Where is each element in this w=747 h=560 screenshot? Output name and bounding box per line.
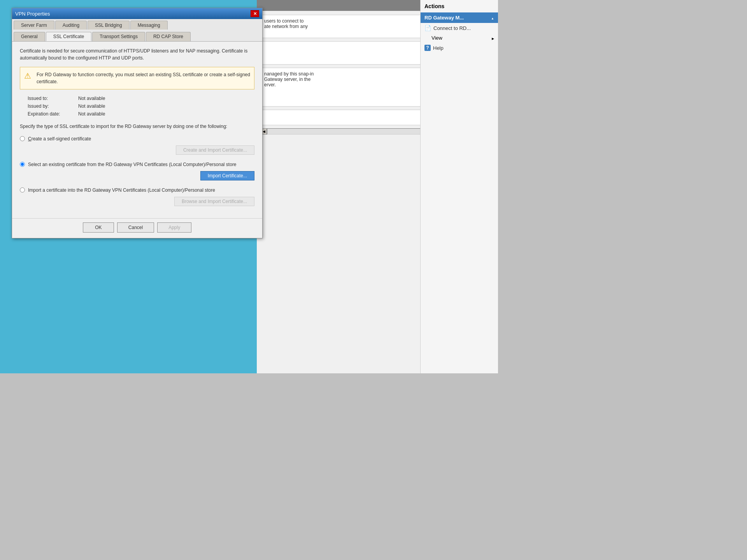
- create-import-button[interactable]: Create and Import Certificate...: [176, 145, 254, 155]
- issued-to-value: Not available: [78, 96, 105, 101]
- issued-by-value: Not available: [78, 103, 105, 109]
- vpn-properties-dialog: VPN Properties ✕ Server Farm Auditing SS…: [12, 8, 263, 238]
- content-text-5: erver.: [264, 82, 276, 88]
- create-self-signed-section: Create a self-signed certificate Create …: [20, 135, 254, 155]
- radio-row-3: Import a certificate into the RD Gateway…: [20, 187, 254, 194]
- doc-icon: 📄: [424, 25, 431, 31]
- radio-create-label-text: reate a self-signed certificate: [32, 136, 91, 142]
- actions-item-connect[interactable]: 📄 Connect to RD...: [421, 23, 498, 33]
- help-icon: ?: [424, 45, 431, 51]
- radio-import-cert[interactable]: [20, 187, 25, 192]
- radio-create-label-underline: C: [28, 136, 32, 142]
- radio-row-2: Select an existing certificate from the …: [20, 161, 254, 168]
- actions-view-label: View: [431, 35, 442, 41]
- import-button-row: Import Certificate...: [20, 171, 254, 180]
- import-certificate-button[interactable]: Import Certificate...: [200, 171, 254, 180]
- specify-text: Specify the type of SSL certificate to i…: [20, 123, 254, 130]
- browse-button-row: Browse and Import Certificate...: [20, 197, 254, 206]
- content-text-1: users to connect to: [264, 18, 303, 24]
- chevron-up-icon: [491, 15, 494, 21]
- tab-row-2: General SSL Certificate Transport Settin…: [12, 30, 262, 41]
- radio-create-label: Create a self-signed certificate: [28, 135, 91, 142]
- expiration-date-label: Expiration date:: [28, 111, 78, 117]
- warning-box: ⚠ For RD Gateway to function correctly, …: [20, 67, 254, 89]
- tab-ssl-bridging[interactable]: SSL Bridging: [88, 21, 130, 30]
- warning-icon: ⚠: [24, 71, 33, 80]
- tab-general[interactable]: General: [14, 32, 45, 41]
- main-background: — ❐ ✕ users to connect to ate network fr…: [0, 0, 498, 373]
- actions-item-help[interactable]: ? Help: [421, 43, 498, 53]
- actions-rdgateway-label: RD Gateway M...: [424, 15, 464, 21]
- actions-panel: Actions RD Gateway M... 📄 Connect to RD.…: [420, 11, 498, 373]
- select-existing-section: Select an existing certificate from the …: [20, 161, 254, 180]
- radio-row-1: Create a self-signed certificate: [20, 135, 254, 142]
- content-text-4: Gateway server, in the: [264, 77, 310, 82]
- content-text-2: ate network from any: [264, 24, 308, 29]
- dialog-title: VPN Properties: [15, 11, 50, 17]
- actions-connect-label: Connect to RD...: [433, 25, 471, 31]
- right-panel: — ❐ ✕ users to connect to ate network fr…: [257, 0, 498, 373]
- tab-bar: Server Farm Auditing SSL Bridging Messag…: [12, 19, 262, 42]
- tab-rd-cap-store[interactable]: RD CAP Store: [146, 32, 191, 41]
- tab-row-1: Server Farm Auditing SSL Bridging Messag…: [12, 19, 262, 30]
- radio-select-existing[interactable]: [20, 162, 25, 167]
- actions-item-view[interactable]: View: [421, 33, 498, 43]
- warning-text: For RD Gateway to function correctly, yo…: [37, 71, 250, 85]
- tab-transport-settings[interactable]: Transport Settings: [92, 32, 145, 41]
- import-cert-section: Import a certificate into the RD Gateway…: [20, 187, 254, 206]
- actions-item-rdgateway[interactable]: RD Gateway M...: [421, 12, 498, 23]
- expiration-date-value: Not available: [78, 111, 105, 117]
- dialog-titlebar: VPN Properties ✕: [12, 8, 262, 19]
- info-text: Certificate is needed for secure communi…: [20, 47, 254, 61]
- create-button-row: Create and Import Certificate...: [20, 145, 254, 155]
- tab-auditing[interactable]: Auditing: [55, 21, 87, 30]
- certificate-info: Issued to: Not available Issued by: Not …: [28, 96, 254, 117]
- radio-create-self-signed[interactable]: [20, 136, 25, 141]
- dialog-footer: OK Cancel Apply: [12, 218, 262, 238]
- dialog-close-button[interactable]: ✕: [251, 10, 259, 17]
- apply-button[interactable]: Apply: [157, 222, 191, 233]
- browse-import-button[interactable]: Browse and Import Certificate...: [174, 197, 254, 206]
- actions-help-label: Help: [433, 45, 444, 51]
- cancel-button[interactable]: Cancel: [117, 222, 154, 233]
- tab-ssl-certificate[interactable]: SSL Certificate: [46, 32, 92, 41]
- radio-import-label: Import a certificate into the RD Gateway…: [28, 187, 215, 194]
- content-text-3: nanaged by this snap-in: [264, 71, 314, 77]
- chevron-right-icon: [492, 35, 494, 41]
- radio-select-label: Select an existing certificate from the …: [28, 161, 237, 168]
- dialog-content: Certificate is needed for secure communi…: [12, 42, 262, 218]
- issued-by-label: Issued by:: [28, 103, 78, 109]
- ok-button[interactable]: OK: [83, 222, 114, 233]
- tab-messaging[interactable]: Messaging: [130, 21, 168, 30]
- issued-to-label: Issued to:: [28, 96, 78, 101]
- tab-server-farm[interactable]: Server Farm: [14, 21, 54, 30]
